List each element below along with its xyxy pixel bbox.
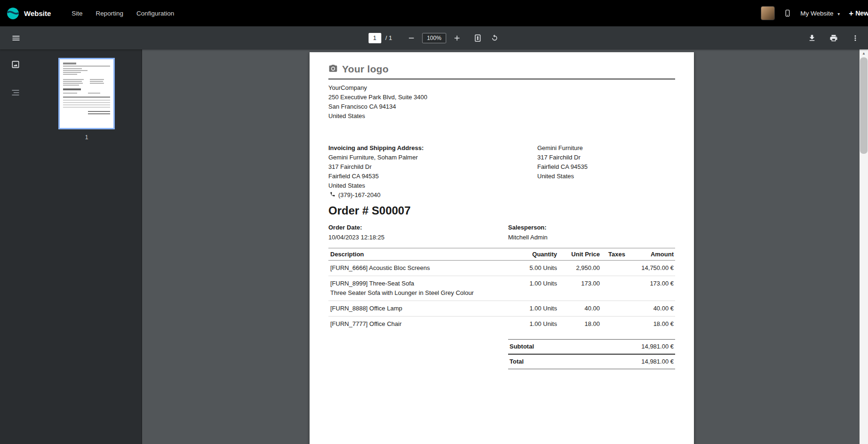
logo-placeholder-text: Your logo	[342, 63, 389, 75]
table-row: [FURN_8888] Office Lamp 1.00 Units 40.00…	[328, 301, 675, 317]
order-date-block: Order Date: 10/04/2023 12:18:25	[328, 222, 508, 242]
line-description: [FURN_7777] Office Chair	[328, 319, 515, 329]
website-switcher[interactable]: My Website ▾	[800, 10, 840, 17]
line-unit-price: 173.00	[557, 279, 600, 288]
line-quantity: 1.00 Units	[515, 304, 557, 313]
subtotal-row: Subtotal 14,981.00 €	[508, 340, 675, 355]
navbar-right: My Website ▾ + New	[761, 6, 868, 20]
sidebar-icon-strip	[0, 49, 31, 444]
invoicing-address-block: Invoicing and Shipping Address: Gemini F…	[328, 143, 537, 200]
fit-to-page-icon[interactable]	[472, 33, 483, 43]
subtotal-value: 14,981.00 €	[641, 342, 674, 351]
header-divider	[328, 79, 675, 79]
shipping-address-line: Fairfield CA 94535	[537, 162, 588, 172]
line-amount: 173.00 €	[634, 279, 675, 288]
company-name: YourCompany	[328, 83, 675, 93]
document-logo-row: Your logo	[328, 63, 675, 76]
top-menu: Site Reporting Configuration	[65, 6, 181, 21]
col-header-amount: Amount	[634, 251, 675, 258]
new-button-label: New	[855, 9, 868, 17]
line-quantity: 1.00 Units	[515, 319, 557, 329]
line-description: [FURN_6666] Acoustic Bloc Screens	[328, 263, 515, 273]
col-header-description: Description	[328, 251, 515, 258]
vertical-scrollbar[interactable]: ▲	[860, 49, 868, 444]
salesperson-value: Mitchell Admin	[508, 232, 548, 242]
invoicing-address-line: 317 Fairchild Dr	[328, 162, 537, 172]
col-header-taxes: Taxes	[600, 251, 634, 258]
table-row: [FURN_6666] Acoustic Bloc Screens 5.00 U…	[328, 261, 675, 276]
menu-item-reporting[interactable]: Reporting	[89, 6, 130, 21]
document-page: Your logo YourCompany 250 Executive Park…	[310, 52, 694, 444]
zoom-in-icon[interactable]	[452, 33, 462, 43]
table-row: [FURN_8999] Three-Seat Sofa Three Seater…	[328, 276, 675, 301]
company-address-line: 250 Executive Park Blvd, Suite 3400	[328, 93, 675, 102]
line-description: [FURN_8999] Three-Seat Sofa Three Seater…	[328, 279, 515, 298]
line-amount: 18.00 €	[634, 319, 675, 329]
phone-icon	[330, 190, 335, 200]
line-quantity: 5.00 Units	[515, 263, 557, 273]
company-address-line: San Francisco CA 94134	[328, 102, 675, 111]
scrollbar-thumb[interactable]	[860, 57, 868, 154]
new-button[interactable]: + New	[849, 9, 868, 17]
order-lines-table: Description Quantity Unit Price Taxes Am…	[328, 248, 675, 332]
print-icon[interactable]	[828, 33, 839, 43]
line-quantity: 1.00 Units	[515, 279, 557, 288]
subtotal-label: Subtotal	[510, 342, 534, 351]
avatar[interactable]	[761, 6, 775, 20]
line-description-main: [FURN_8999] Three-Seat Sofa	[330, 279, 515, 288]
total-value: 14,981.00 €	[641, 357, 674, 366]
pdf-canvas: Your logo YourCompany 250 Executive Park…	[142, 49, 860, 444]
line-description-sub: Three Seater Sofa with Lounger in Steel …	[330, 288, 515, 298]
menu-item-configuration[interactable]: Configuration	[130, 6, 181, 21]
rotate-icon[interactable]	[489, 33, 500, 43]
line-unit-price: 18.00	[557, 319, 600, 329]
zoom-level[interactable]: 100%	[422, 33, 446, 43]
line-unit-price: 40.00	[557, 304, 600, 313]
company-address-block: YourCompany 250 Executive Park Blvd, Sui…	[328, 83, 675, 121]
invoicing-address-line: United States	[328, 181, 537, 190]
pdf-toolbar: / 1 100%	[0, 26, 868, 49]
website-switcher-label: My Website	[800, 10, 833, 17]
page-thumbnail[interactable]	[58, 58, 115, 129]
line-amount: 40.00 €	[634, 304, 675, 313]
scrollbar-up-arrow[interactable]: ▲	[860, 49, 868, 57]
phone-number: (379)-167-2040	[338, 190, 381, 200]
document-outline-icon[interactable]	[11, 88, 20, 99]
totals-block: Subtotal 14,981.00 € Total 14,981.00 €	[508, 339, 675, 369]
thumbnail-page-number: 1	[58, 134, 115, 141]
sidebar-toggle-icon[interactable]	[10, 32, 22, 44]
invoicing-address-heading: Invoicing and Shipping Address:	[328, 143, 537, 153]
salesperson-block: Salesperson: Mitchell Admin	[508, 222, 548, 242]
company-address-line: United States	[328, 111, 675, 121]
pdf-toolbar-center: / 1 100%	[368, 33, 500, 43]
total-row: Total 14,981.00 €	[508, 355, 675, 369]
zoom-out-icon[interactable]	[406, 33, 416, 43]
chevron-down-icon: ▾	[837, 11, 840, 16]
mobile-preview-icon[interactable]	[784, 9, 791, 17]
camera-icon	[328, 64, 338, 75]
col-header-unit-price: Unit Price	[557, 251, 600, 258]
invoicing-address-line: Gemini Furniture, Soham Palmer	[328, 153, 537, 162]
order-info-row: Order Date: 10/04/2023 12:18:25 Salesper…	[328, 222, 675, 242]
menu-item-site[interactable]: Site	[65, 6, 89, 21]
order-date-label: Order Date:	[328, 222, 508, 232]
download-icon[interactable]	[807, 33, 817, 43]
plus-icon: +	[849, 9, 853, 17]
pdf-toolbar-right	[807, 33, 860, 43]
page-number-input[interactable]	[368, 33, 381, 43]
addresses-section: Invoicing and Shipping Address: Gemini F…	[328, 143, 675, 200]
shipping-address-line: 317 Fairchild Dr	[537, 153, 588, 162]
app-title[interactable]: Website	[24, 9, 51, 17]
col-header-quantity: Quantity	[515, 251, 557, 258]
thumbnails-panel-icon[interactable]	[11, 60, 20, 71]
table-header-row: Description Quantity Unit Price Taxes Am…	[328, 248, 675, 261]
table-row: [FURN_7777] Office Chair 1.00 Units 18.0…	[328, 317, 675, 332]
shipping-address-line: United States	[537, 172, 588, 181]
website-app-logo-icon[interactable]	[7, 7, 19, 20]
more-options-icon[interactable]	[850, 33, 860, 43]
line-description: [FURN_8888] Office Lamp	[328, 304, 515, 313]
line-amount: 14,750.00 €	[634, 263, 675, 273]
top-navbar: Website Site Reporting Configuration My …	[0, 0, 868, 26]
order-date-value: 10/04/2023 12:18:25	[328, 232, 508, 242]
order-title: Order # S00007	[328, 204, 675, 218]
